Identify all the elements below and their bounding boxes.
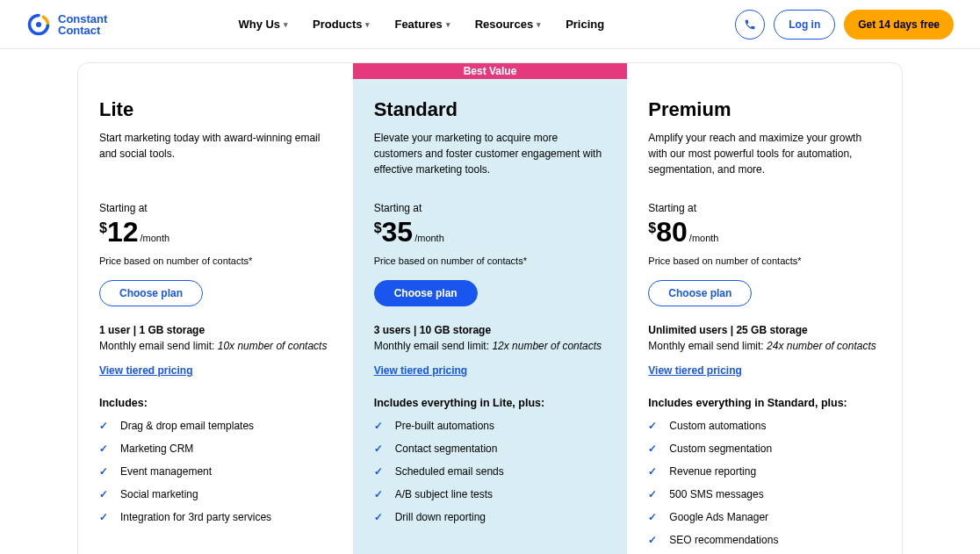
- feature-text: Custom segmentation: [669, 442, 772, 455]
- check-icon: ✓: [374, 420, 386, 432]
- nav-item-features[interactable]: Features▾: [394, 18, 450, 31]
- plan-premium: PremiumAmplify your reach and maximize y…: [627, 63, 902, 554]
- check-icon: ✓: [648, 442, 660, 455]
- check-icon: ✓: [648, 488, 660, 500]
- feature-text: Drill down reporting: [395, 511, 486, 523]
- check-icon: ✓: [374, 465, 386, 478]
- site-header: Constant Contact Why Us▾Products▾Feature…: [0, 0, 980, 49]
- plan-standard: Best ValueStandardElevate your marketing…: [353, 63, 628, 554]
- plan-description: Amplify your reach and maximize your gro…: [648, 130, 881, 177]
- includes-heading: Includes everything in Lite, plus:: [374, 397, 607, 409]
- view-tiered-pricing-link[interactable]: View tiered pricing: [99, 364, 192, 377]
- check-icon: ✓: [648, 534, 660, 546]
- main-nav: Why Us▾Products▾Features▾Resources▾Prici…: [238, 18, 604, 31]
- plan-name: Premium: [648, 98, 881, 121]
- plan-name: Standard: [374, 98, 607, 121]
- starting-at-label: Starting at: [99, 202, 332, 214]
- feature-text: Marketing CRM: [120, 442, 193, 455]
- feature-item: ✓Event management: [99, 465, 332, 478]
- logo-icon: [26, 12, 51, 37]
- feature-item: ✓Contact segmentation: [374, 442, 607, 455]
- feature-text: Drag & drop email templates: [120, 420, 254, 432]
- feature-item: ✓Pre-built automations: [374, 420, 607, 432]
- includes-heading: Includes everything in Standard, plus:: [648, 397, 881, 409]
- feature-item: ✓Drill down reporting: [374, 511, 607, 523]
- nav-label: Pricing: [566, 18, 604, 31]
- choose-plan-button[interactable]: Choose plan: [99, 280, 203, 306]
- feature-text: Google Ads Manager: [669, 511, 768, 523]
- header-actions: Log in Get 14 days free: [735, 10, 954, 40]
- check-icon: ✓: [99, 420, 112, 432]
- free-trial-button[interactable]: Get 14 days free: [844, 10, 954, 40]
- feature-item: ✓Integration for 3rd party services: [99, 511, 332, 523]
- plan-description: Elevate your marketing to acquire more c…: [374, 130, 607, 177]
- check-icon: ✓: [99, 442, 112, 455]
- plan-lite: LiteStart marketing today with award-win…: [78, 63, 353, 554]
- view-tiered-pricing-link[interactable]: View tiered pricing: [374, 364, 467, 377]
- logo-text: Constant Contact: [58, 13, 107, 36]
- best-value-badge: Best Value: [353, 63, 628, 79]
- feature-text: Social marketing: [120, 488, 198, 500]
- nav-item-why-us[interactable]: Why Us▾: [238, 18, 288, 31]
- price-note: Price based on number of contacts*: [648, 255, 881, 266]
- svg-point-0: [36, 21, 41, 26]
- plan-name: Lite: [99, 98, 332, 121]
- price-note: Price based on number of contacts*: [374, 255, 607, 266]
- pricing-section: LiteStart marketing today with award-win…: [68, 62, 912, 554]
- price: $35/month: [374, 216, 607, 248]
- feature-item: ✓Marketing CRM: [99, 442, 332, 455]
- phone-button[interactable]: [735, 10, 765, 40]
- chevron-down-icon: ▾: [284, 20, 288, 29]
- nav-label: Why Us: [238, 18, 280, 31]
- send-limit: Monthly email send limit: 10x number of …: [99, 340, 332, 352]
- feature-text: Revenue reporting: [669, 465, 756, 478]
- check-icon: ✓: [99, 465, 112, 478]
- view-tiered-pricing-link[interactable]: View tiered pricing: [648, 364, 741, 377]
- feature-item: ✓A/B subject line tests: [374, 488, 607, 500]
- plan-description: Start marketing today with award-winning…: [99, 130, 332, 177]
- feature-item: ✓Scheduled email sends: [374, 465, 607, 478]
- login-button[interactable]: Log in: [774, 10, 835, 40]
- includes-heading: Includes:: [99, 397, 332, 409]
- feature-item: ✓SEO recommendations: [648, 534, 881, 546]
- feature-item: ✓Custom segmentation: [648, 442, 881, 455]
- check-icon: ✓: [374, 442, 386, 455]
- logo[interactable]: Constant Contact: [26, 12, 107, 37]
- chevron-down-icon: ▾: [537, 20, 541, 29]
- feature-text: Integration for 3rd party services: [120, 511, 271, 523]
- pricing-grid: LiteStart marketing today with award-win…: [77, 62, 903, 554]
- nav-label: Products: [313, 18, 362, 31]
- feature-text: Event management: [120, 465, 212, 478]
- send-limit: Monthly email send limit: 12x number of …: [374, 340, 607, 352]
- check-icon: ✓: [648, 511, 660, 523]
- starting-at-label: Starting at: [648, 202, 881, 214]
- send-limit: Monthly email send limit: 24x number of …: [648, 340, 881, 352]
- check-icon: ✓: [648, 465, 660, 478]
- check-icon: ✓: [374, 511, 386, 523]
- plan-allowance: Unlimited users | 25 GB storage: [648, 324, 881, 336]
- feature-item: ✓500 SMS messages: [648, 488, 881, 500]
- choose-plan-button[interactable]: Choose plan: [374, 280, 478, 306]
- feature-item: ✓Revenue reporting: [648, 465, 881, 478]
- feature-item: ✓Google Ads Manager: [648, 511, 881, 523]
- nav-label: Resources: [475, 18, 533, 31]
- nav-item-products[interactable]: Products▾: [313, 18, 370, 31]
- chevron-down-icon: ▾: [365, 20, 370, 29]
- feature-text: 500 SMS messages: [669, 488, 763, 500]
- check-icon: ✓: [374, 488, 386, 500]
- check-icon: ✓: [99, 511, 112, 523]
- feature-text: Contact segmentation: [395, 442, 498, 455]
- choose-plan-button[interactable]: Choose plan: [648, 280, 752, 306]
- feature-item: ✓Social marketing: [99, 488, 332, 500]
- feature-text: Custom automations: [669, 420, 766, 432]
- nav-item-resources[interactable]: Resources▾: [475, 18, 541, 31]
- feature-text: SEO recommendations: [669, 534, 778, 546]
- plan-allowance: 3 users | 10 GB storage: [374, 324, 607, 336]
- feature-item: ✓Custom automations: [648, 420, 881, 432]
- feature-text: Scheduled email sends: [395, 465, 504, 478]
- price: $12/month: [99, 216, 332, 248]
- nav-label: Features: [394, 18, 442, 31]
- price-note: Price based on number of contacts*: [99, 255, 332, 266]
- chevron-down-icon: ▾: [446, 20, 450, 29]
- nav-item-pricing[interactable]: Pricing: [566, 18, 604, 31]
